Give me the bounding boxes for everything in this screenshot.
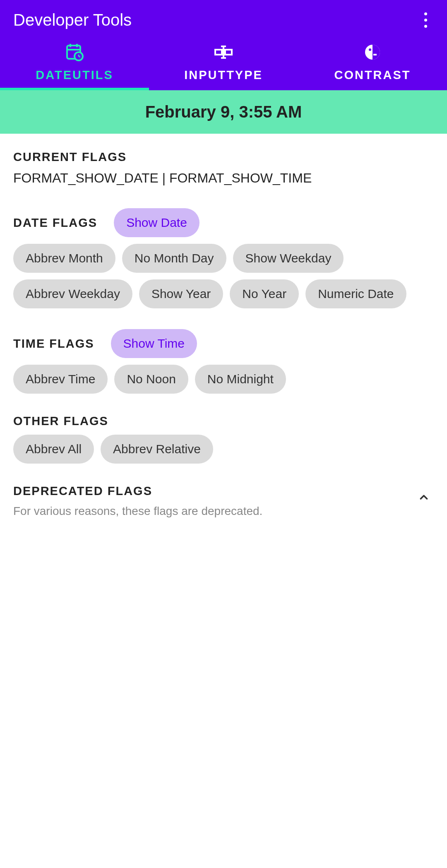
- chip-abbrev-month[interactable]: Abbrev Month: [13, 244, 115, 273]
- overflow-menu-icon[interactable]: [417, 12, 434, 28]
- appbar: Developer Tools: [0, 0, 447, 34]
- chip-no-midnight[interactable]: No Midnight: [195, 365, 286, 394]
- tab-inputtype[interactable]: INPUTTYPE: [149, 34, 298, 90]
- chip-abbrev-all[interactable]: Abbrev All: [13, 435, 94, 464]
- tab-dateutils[interactable]: DATEUTILS: [0, 34, 149, 90]
- chip-show-time[interactable]: Show Time: [111, 329, 197, 358]
- date-flags-chips: Abbrev Month No Month Day Show Weekday A…: [13, 244, 434, 308]
- deprecated-header: DEPRECATED FLAGS: [13, 484, 414, 498]
- tab-label: DATEUTILS: [0, 68, 149, 82]
- tab-bar: DATEUTILS INPUTTYPE CONTRAST: [0, 34, 447, 90]
- svg-point-13: [369, 48, 371, 51]
- current-flags-value: FORMAT_SHOW_DATE | FORMAT_SHOW_TIME: [13, 171, 434, 186]
- chip-no-year[interactable]: No Year: [230, 279, 299, 308]
- date-display: February 9, 3:55 AM: [0, 90, 447, 134]
- svg-rect-7: [215, 50, 222, 55]
- tab-label: CONTRAST: [298, 68, 447, 82]
- other-flags-chips: Abbrev All Abbrev Relative: [13, 435, 434, 464]
- chip-abbrev-time[interactable]: Abbrev Time: [13, 365, 108, 394]
- svg-line-6: [79, 56, 80, 57]
- contrast-icon: [298, 42, 447, 63]
- chip-abbrev-relative[interactable]: Abbrev Relative: [101, 435, 213, 464]
- deprecated-section: DEPRECATED FLAGS For various reasons, th…: [13, 484, 434, 518]
- chip-show-date[interactable]: Show Date: [114, 208, 199, 237]
- chip-numeric-date[interactable]: Numeric Date: [305, 279, 406, 308]
- input-cursor-icon: [149, 42, 298, 63]
- time-flags-header: TIME FLAGS: [13, 337, 94, 351]
- chip-no-month-day[interactable]: No Month Day: [122, 244, 226, 273]
- tab-contrast[interactable]: CONTRAST: [298, 34, 447, 90]
- chevron-up-icon[interactable]: [414, 488, 434, 507]
- chip-abbrev-weekday[interactable]: Abbrev Weekday: [13, 279, 132, 308]
- content-area: CURRENT FLAGS FORMAT_SHOW_DATE | FORMAT_…: [0, 134, 447, 534]
- deprecated-subtitle: For various reasons, these flags are dep…: [13, 505, 414, 518]
- date-flags-header: DATE FLAGS: [13, 216, 97, 230]
- chip-show-year[interactable]: Show Year: [139, 279, 223, 308]
- chip-show-weekday[interactable]: Show Weekday: [233, 244, 344, 273]
- tab-label: INPUTTYPE: [149, 68, 298, 82]
- app-title: Developer Tools: [13, 11, 132, 29]
- current-flags-header: CURRENT FLAGS: [13, 150, 434, 164]
- time-flags-chips: Abbrev Time No Noon No Midnight: [13, 365, 434, 394]
- svg-rect-8: [225, 50, 232, 55]
- chip-no-noon[interactable]: No Noon: [114, 365, 188, 394]
- calendar-clock-icon: [0, 42, 149, 63]
- other-flags-header: OTHER FLAGS: [13, 414, 434, 428]
